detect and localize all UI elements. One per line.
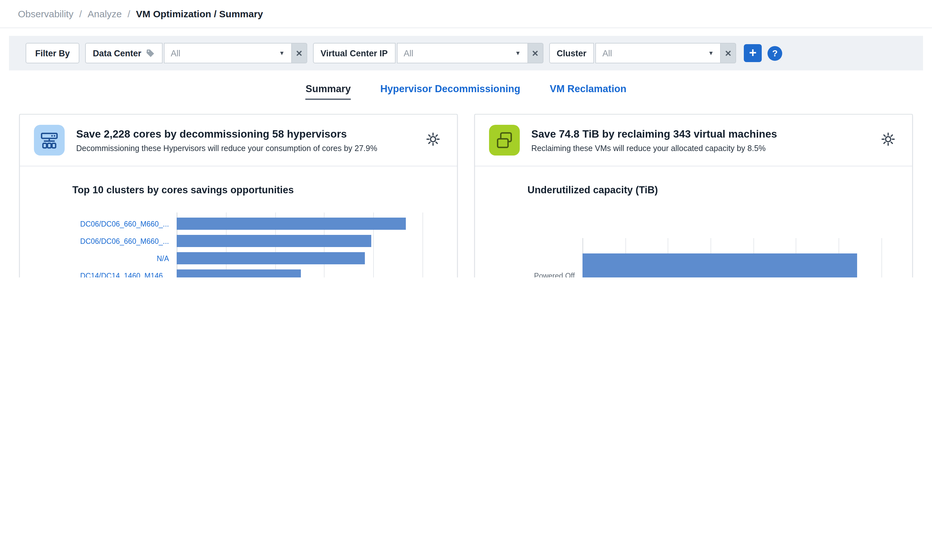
cluster-link[interactable]: DC14/DC14_1460_M146... (80, 272, 169, 277)
filter-by-button[interactable]: Filter By (26, 43, 79, 63)
hypervisor-card-header: Save 2,228 cores by decommissioning 58 h… (20, 115, 457, 166)
data-center-select[interactable]: All ▼ (164, 43, 292, 63)
bar[interactable] (177, 218, 406, 230)
chart-plot-area: 0100.00200.00300.00400.00500.00 hosts.cp… (177, 212, 435, 277)
breadcrumb-analyze[interactable]: Analyze (88, 8, 122, 19)
vm-card-header: Save 74.8 TiB by reclaiming 343 virtual … (475, 115, 912, 166)
clusters-savings-chart: DC06/DC06_660_M660_...DC06/DC06_660_M660… (20, 212, 457, 277)
breadcrumb-separator: / (79, 8, 82, 19)
vm-card-subtitle: Reclaiming these VMs will reduce your al… (531, 144, 867, 152)
clusters-chart-title: Top 10 clusters by cores savings opportu… (72, 184, 431, 196)
vm-settings-button[interactable] (878, 129, 898, 151)
summary-cards: Save 2,228 cores by decommissioning 58 h… (19, 114, 913, 277)
page: Observability / Analyze / VM Optimizatio… (0, 0, 932, 277)
breadcrumb-current: VM Optimization / Summary (136, 8, 263, 19)
cluster-link[interactable]: DC06/DC06_660_M660_... (80, 220, 169, 228)
cluster-select[interactable]: All ▼ (595, 43, 721, 63)
bar[interactable] (177, 252, 365, 264)
filter-group-virtual-center-ip: Virtual Center IP All ▼ ✕ (313, 43, 543, 63)
data-center-clear-button[interactable]: ✕ (292, 43, 307, 63)
chart-category-labels: DC06/DC06_660_M660_...DC06/DC06_660_M660… (20, 212, 177, 277)
capacity-chart-title: Underutilized capacity (TiB) (528, 184, 887, 196)
hypervisor-card-titles: Save 2,228 cores by decommissioning 58 h… (76, 128, 412, 152)
tab-summary[interactable]: Summary (306, 83, 351, 100)
cluster-label-text: Cluster (557, 48, 586, 58)
chevron-down-icon: ▼ (708, 50, 714, 56)
cluster-link[interactable]: N/A (157, 254, 169, 262)
data-center-value: All (171, 48, 180, 58)
chart-category-labels: Powered OffIdle (475, 238, 583, 277)
add-filter-button[interactable]: + (744, 44, 762, 62)
hypervisor-decommissioning-card: Save 2,228 cores by decommissioning 58 h… (19, 114, 458, 277)
vm-icon (489, 125, 520, 155)
data-center-label-text: Data Center (93, 48, 141, 58)
hypervisor-card-title: Save 2,228 cores by decommissioning 58 h… (76, 128, 412, 140)
virtual-center-ip-value: All (404, 48, 413, 58)
vm-card-title: Save 74.8 TiB by reclaiming 343 virtual … (531, 128, 867, 140)
cluster-clear-button[interactable]: ✕ (721, 43, 736, 63)
gear-icon (426, 132, 440, 146)
virtual-center-ip-label-text: Virtual Center IP (321, 48, 388, 58)
virtual-center-ip-select[interactable]: All ▼ (397, 43, 528, 63)
cluster-value: All (602, 48, 612, 58)
vm-card-titles: Save 74.8 TiB by reclaiming 343 virtual … (531, 128, 867, 152)
breadcrumb-observability[interactable]: Observability (18, 8, 73, 19)
virtual-center-ip-filter-label: Virtual Center IP (313, 43, 395, 63)
breadcrumb: Observability / Analyze / VM Optimizatio… (18, 8, 914, 19)
bar[interactable] (177, 235, 371, 247)
hypervisor-icon (34, 125, 65, 155)
bar[interactable] (583, 253, 857, 277)
underutilized-capacity-chart: Powered OffIdle 09.7719.5329.3039.0648.8… (475, 238, 912, 277)
help-icon[interactable]: ? (767, 46, 782, 60)
hypervisor-settings-button[interactable] (423, 129, 443, 151)
cluster-filter-label: Cluster (549, 43, 594, 63)
top-bar: Observability / Analyze / VM Optimizatio… (0, 0, 932, 28)
chart-plot-area: 09.7719.5329.3039.0648.8358.5968.36 capa… (583, 238, 890, 277)
filter-group-data-center: Data Center All ▼ ✕ (85, 43, 307, 63)
tag-icon (146, 49, 155, 58)
cluster-link[interactable]: DC06/DC06_660_M660_... (80, 237, 169, 245)
category-label: Powered Off (534, 272, 575, 277)
data-center-filter-label: Data Center (85, 43, 163, 63)
chevron-down-icon: ▼ (515, 50, 521, 56)
gear-icon (881, 132, 895, 146)
chevron-down-icon: ▼ (279, 50, 285, 56)
hypervisor-card-subtitle: Decommissioning these Hypervisors will r… (76, 144, 412, 152)
tab-bar: Summary Hypervisor Decommissioning VM Re… (0, 83, 932, 100)
filter-bar: Filter By Data Center All ▼ ✕ Virtual Ce… (9, 36, 923, 71)
breadcrumb-separator: / (128, 8, 130, 19)
bar[interactable] (177, 269, 301, 277)
filter-group-cluster: Cluster All ▼ ✕ (549, 43, 736, 63)
vm-reclamation-card: Save 74.8 TiB by reclaiming 343 virtual … (474, 114, 913, 277)
tab-vm-reclamation[interactable]: VM Reclamation (550, 83, 626, 100)
virtual-center-ip-clear-button[interactable]: ✕ (528, 43, 543, 63)
tab-hypervisor-decommissioning[interactable]: Hypervisor Decommissioning (380, 83, 520, 100)
